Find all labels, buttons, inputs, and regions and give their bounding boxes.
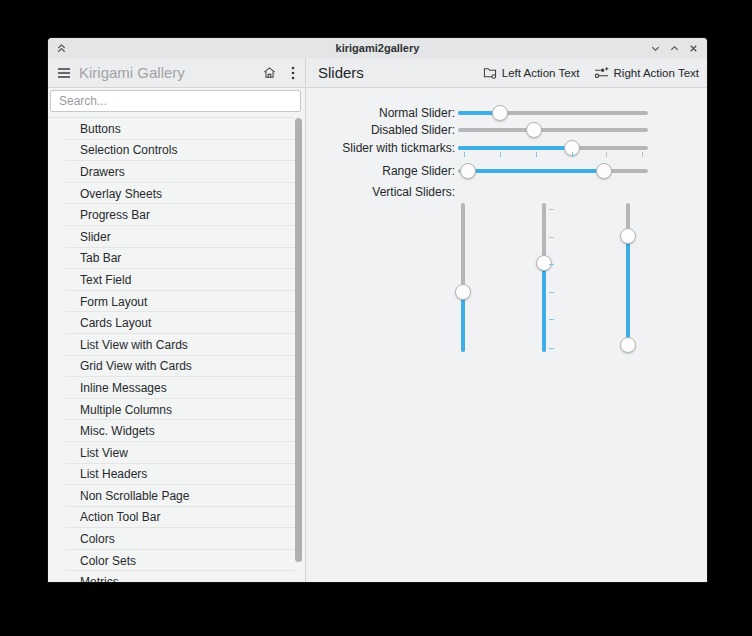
sidebar-item-label: Text Field	[48, 273, 131, 287]
sidebar-item[interactable]: Colors	[48, 528, 295, 550]
sidebar-item[interactable]: Non Scrollable Page	[48, 485, 295, 507]
slider-fill	[468, 169, 605, 173]
sidebar-item[interactable]: Color Sets	[48, 550, 295, 572]
sidebar-item-label: Cards Layout	[48, 316, 151, 330]
overflow-menu-icon[interactable]	[281, 61, 305, 85]
sidebar-item[interactable]: Metrics	[48, 571, 295, 582]
sidebar-item-label: Inline Messages	[48, 381, 167, 395]
vertical-slider-2[interactable]	[535, 203, 553, 352]
slider-fill	[458, 146, 572, 150]
titlebar: kirigami2gallery	[48, 38, 707, 58]
sidebar-item-label: Action Tool Bar	[48, 510, 161, 524]
range-slider-high-handle[interactable]	[596, 163, 612, 179]
tick-mark	[549, 237, 554, 238]
sidebar-header: Kirigami Gallery	[48, 58, 306, 87]
sidebar-item-label: List View with Cards	[48, 338, 188, 352]
hamburger-menu-icon[interactable]	[57, 67, 71, 79]
minimize-button[interactable]	[649, 42, 661, 54]
screenshot-stage: kirigami2gallery Kirigami Gallery	[0, 0, 752, 636]
toolbar: Kirigami Gallery Sliders	[48, 58, 707, 88]
sidebar: ButtonsSelection ControlsDrawersOverlay …	[48, 88, 306, 582]
range-slider-label: Range Slider:	[306, 162, 455, 180]
sidebar-item-label: Multiple Columns	[48, 403, 172, 417]
sidebar-item-label: Colors	[48, 532, 115, 546]
sliders-page: Normal Slider: Disabled Slider: Slider w…	[306, 88, 707, 582]
disabled-slider	[458, 121, 648, 139]
slider-fill	[626, 236, 630, 345]
window-body: ButtonsSelection ControlsDrawersOverlay …	[48, 88, 707, 582]
slider-fill	[461, 292, 465, 352]
tick-mark	[572, 152, 573, 157]
sidebar-item-label: Drawers	[48, 165, 125, 179]
left-action-button[interactable]: Left Action Text	[483, 66, 580, 79]
sidebar-item[interactable]: Multiple Columns	[48, 399, 295, 421]
tick-mark	[464, 152, 465, 157]
sidebar-item[interactable]: List View with Cards	[48, 334, 295, 356]
sidebar-item[interactable]: Progress Bar	[48, 204, 295, 226]
adjust-sliders-icon	[594, 66, 609, 79]
app-window: kirigami2gallery Kirigami Gallery	[48, 38, 707, 582]
right-action-label: Right Action Text	[614, 67, 699, 79]
sidebar-item[interactable]: Action Tool Bar	[48, 507, 295, 529]
sidebar-item-label: Grid View with Cards	[48, 359, 192, 373]
right-action-button[interactable]: Right Action Text	[594, 66, 699, 79]
sidebar-item[interactable]: Grid View with Cards	[48, 356, 295, 378]
sidebar-item-label: Selection Controls	[48, 143, 177, 157]
sidebar-item-label: Non Scrollable Page	[48, 489, 189, 503]
sidebar-item[interactable]: Buttons	[48, 118, 295, 140]
sidebar-item-label: Overlay Sheets	[48, 187, 162, 201]
sidebar-item-label: List Headers	[48, 467, 147, 481]
sidebar-item[interactable]: List View	[48, 442, 295, 464]
normal-slider[interactable]	[458, 104, 648, 122]
sidebar-item[interactable]: Overlay Sheets	[48, 183, 295, 205]
slider-handle[interactable]	[455, 284, 471, 300]
normal-slider-label: Normal Slider:	[306, 104, 455, 122]
sidebar-item[interactable]: Form Layout	[48, 291, 295, 313]
window-title: kirigami2gallery	[48, 38, 707, 58]
scrollbar-thumb[interactable]	[295, 118, 302, 562]
tick-mark	[549, 348, 554, 349]
sidebar-scrollbar[interactable]	[295, 118, 302, 580]
sidebar-item[interactable]: Tab Bar	[48, 248, 295, 270]
page-title: Sliders	[318, 64, 483, 81]
tick-mark	[549, 209, 554, 210]
sidebar-item[interactable]: Text Field	[48, 269, 295, 291]
window-controls	[649, 38, 699, 58]
slider-fill	[542, 263, 546, 352]
slider-handle[interactable]	[536, 255, 552, 271]
home-icon[interactable]	[257, 61, 281, 85]
tickmark-slider[interactable]	[458, 139, 648, 157]
sidebar-item[interactable]: Misc. Widgets	[48, 420, 295, 442]
vertical-sliders-group	[306, 203, 707, 352]
sidebar-item-label: Metrics	[48, 575, 119, 582]
vertical-slider-1[interactable]	[454, 203, 472, 352]
search-input[interactable]	[50, 90, 301, 112]
tick-mark	[642, 152, 643, 157]
tick-mark	[549, 319, 554, 320]
sidebar-item[interactable]: Drawers	[48, 161, 295, 183]
sidebar-item-label: Color Sets	[48, 554, 136, 568]
sidebar-item[interactable]: Cards Layout	[48, 312, 295, 334]
tick-mark	[549, 264, 554, 265]
range-slider[interactable]	[458, 162, 648, 180]
sidebar-item-label: Tab Bar	[48, 251, 121, 265]
maximize-button[interactable]	[668, 42, 680, 54]
sidebar-item[interactable]: Inline Messages	[48, 377, 295, 399]
sidebar-item[interactable]: Selection Controls	[48, 140, 295, 162]
sidebar-list: ButtonsSelection ControlsDrawersOverlay …	[48, 117, 295, 582]
app-title: Kirigami Gallery	[79, 64, 257, 81]
sidebar-item[interactable]: Slider	[48, 226, 295, 248]
vertical-range-slider[interactable]	[619, 203, 637, 352]
sidebar-item-label: Progress Bar	[48, 208, 150, 222]
range-slider-low-handle[interactable]	[460, 163, 476, 179]
sidebar-item-label: Form Layout	[48, 295, 147, 309]
range-slider-low-handle[interactable]	[620, 337, 636, 353]
sidebar-item[interactable]: List Headers	[48, 464, 295, 486]
close-button[interactable]	[687, 42, 699, 54]
slider-handle[interactable]	[492, 105, 508, 121]
tick-mark	[500, 152, 501, 157]
tick-mark	[536, 152, 537, 157]
range-slider-high-handle[interactable]	[620, 228, 636, 244]
tick-mark	[549, 292, 554, 293]
sidebar-item-label: List View	[48, 446, 128, 460]
